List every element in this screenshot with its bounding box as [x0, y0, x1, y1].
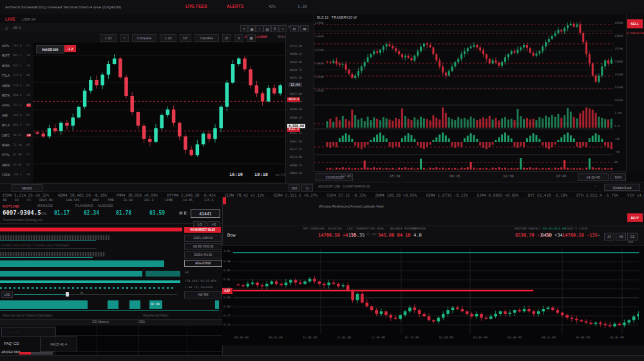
watchlist-symbol[interactable]: NVDA: [2, 64, 10, 68]
bl-sub-box[interactable]: NACD 41·4: [40, 337, 77, 352]
corner-box-0[interactable]: 888: [289, 184, 300, 191]
right-chart-x-label: 11:30: [503, 175, 514, 179]
time-box[interactable]: 14:30:45: [578, 173, 609, 181]
watchlist-symbol[interactable]: META: [2, 94, 10, 97]
br-col-label-right: TODAY'S CLOSE: [565, 228, 587, 231]
timeframe-button-W[interactable]: W: [300, 25, 309, 32]
app-title: AirTrend Stonewall DCy Invested Terminal…: [5, 5, 121, 9]
bl-input-field[interactable]: ·· ··· ·· ····: [1, 327, 56, 337]
watchlist-symbol[interactable]: COIN: [2, 173, 10, 177]
watchlist-symbol[interactable]: GOOG: [2, 104, 10, 107]
bl-toolbar-item-0[interactable]: 4B: [3, 199, 6, 202]
chart-tool-button-7[interactable]: 9: [234, 34, 243, 42]
home-icon[interactable]: ⌂: [5, 26, 8, 30]
br-icon-box-2[interactable]: G2: [627, 233, 638, 240]
bl-quote-icons[interactable]: ▦ ◧: [179, 211, 187, 215]
sell-value: 0.00434298: [627, 32, 644, 35]
watchlist-symbol[interactable]: MSFT: [2, 54, 10, 57]
segment-bar-1: [108, 300, 118, 309]
watchlist-symbol[interactable]: AAPL: [2, 44, 10, 48]
bl-toolbar-item-5[interactable]: WAV: [93, 199, 99, 202]
bl-toolbar-item-7[interactable]: IA-44: [123, 199, 133, 202]
bl-toolbar-item-9[interactable]: 1EMB: [165, 199, 173, 202]
menu-live-feed[interactable]: LIVE FEED: [185, 5, 207, 9]
bl-th-2[interactable]: CD): [138, 320, 145, 324]
bl-toolbar-item-8[interactable]: IAI-4: [144, 199, 154, 202]
bl-quote-box[interactable]: 41441: [191, 210, 220, 218]
left-chart-canvas[interactable]: [33, 43, 285, 182]
br-icon-box-1[interactable]: +W: [616, 233, 626, 240]
toolbar-icon-1[interactable]: ▦: [248, 25, 256, 32]
teal-bar: [0, 271, 142, 277]
watchlist-symbol[interactable]: AMD: [2, 114, 8, 117]
bl-planning-label[interactable]: PLANNING: [75, 204, 93, 208]
chart-tool-button-6[interactable]: ⇄: [222, 34, 231, 42]
buy-button[interactable]: BUY: [627, 213, 643, 222]
bl-toolbar-item-3[interactable]: ERA5-BA: [39, 199, 53, 202]
bar-row-label-box[interactable]: HW 494: [184, 291, 222, 298]
bl-th-1[interactable]: CD Money: [92, 320, 109, 324]
bl-toolbar-item-1[interactable]: ED: [15, 199, 19, 202]
toolbar-icon-3[interactable]: ▤: [263, 25, 271, 32]
menu-alerts[interactable]: ALERTS: [227, 5, 243, 9]
segments-underline: [0, 310, 219, 311]
toolbar-icon-2[interactable]: ◔: [256, 25, 263, 32]
slider-handle[interactable]: [66, 292, 69, 297]
chart-tool-button-5[interactable]: Candles: [194, 34, 219, 42]
br-col-label-right: 09/24/2023 GN: [543, 228, 565, 231]
chart-tool-button-2[interactable]: Compare: [132, 34, 156, 42]
sell-button[interactable]: SELL: [627, 19, 643, 28]
bl-toolbar-item-10[interactable]: 14.45: [183, 199, 193, 202]
chart-tool-button-3[interactable]: 1 20: [160, 34, 176, 42]
chart-tool-button-0[interactable]: 1 20: [100, 34, 117, 42]
bl-hotline-label[interactable]: HOTLINE: [3, 204, 19, 208]
news-button[interactable]: NEWS: [12, 184, 43, 191]
toolbar-icon-4[interactable]: ⧉: [271, 25, 279, 32]
price-scale-value: 4698.25: [290, 53, 302, 56]
bar-row-label-box[interactable]: EMD+ 4450.00: [184, 235, 222, 242]
ticker-item: NQM4 18,402.50 -0.18%: [58, 193, 107, 197]
bl-toolbar-item-4[interactable]: GOW-5A5: [66, 199, 80, 202]
watchlist-value: 605.3: [13, 124, 22, 127]
bl-sub-box-label: NACD 41·4: [50, 342, 67, 346]
bar-row-label-box[interactable]: EMDA 441.60: [184, 251, 222, 259]
right-chart-canvas[interactable]: [314, 21, 613, 171]
chevron-down-icon[interactable]: ▾: [598, 233, 600, 237]
chart-tool-button-4[interactable]: NT: [180, 34, 191, 42]
bl-toolbar-item-6[interactable]: 5MB: [108, 199, 114, 202]
br-x-label: 03:30 PM: [507, 337, 522, 340]
watchlist-symbol[interactable]: NFLX: [2, 124, 10, 127]
chart-tool-button-8[interactable]: ⬒: [247, 34, 256, 42]
watchlist-value: 401.2: [13, 54, 22, 57]
market-close-badge[interactable]: 4H MARKET 09:05: [184, 227, 221, 233]
watchlist-symbol[interactable]: INTC: [2, 134, 10, 137]
right-chart-right-scale: 80: [614, 161, 618, 164]
price-scale-value: 4584.25: [290, 117, 302, 120]
timeframe-button-D[interactable]: D: [290, 25, 299, 32]
corner-box-1[interactable]: ℕ: [301, 184, 313, 191]
toolbar-icon-5[interactable]: ⌗: [279, 25, 287, 32]
watchlist-symbol[interactable]: PYPL: [2, 153, 10, 157]
right-chart-symbol: BLS 12 · TRADERX30 W: [317, 16, 357, 20]
bl-toolbar-item-2[interactable]: F1: [27, 199, 31, 202]
mini-scale-value: 11: [26, 153, 30, 157]
chart-tool-button-1[interactable]: ◔: [120, 34, 129, 42]
bl-toolbar-item-11[interactable]: 115.4: [204, 199, 214, 202]
toolbar-icon-0[interactable]: ✎: [240, 25, 248, 32]
br-icon-box-0[interactable]: 24: [604, 233, 614, 240]
br-y-label: 0.91: [223, 278, 231, 282]
watchlist-symbol[interactable]: UBER: [2, 164, 10, 167]
bl-nudges-label[interactable]: NUDGES: [98, 204, 113, 208]
bar-row-label-box[interactable]: GE BD 4500.08: [184, 243, 222, 250]
update-low-button[interactable]: Update/Low: [604, 184, 640, 191]
bl-manage-label[interactable]: MANAGE: [37, 204, 53, 208]
watchlist-symbol[interactable]: BABA: [2, 144, 10, 147]
watchlist-symbol[interactable]: TSLA: [2, 74, 10, 77]
br-chart-canvas[interactable]: [233, 249, 639, 334]
refresh-icon[interactable]: ◔: [594, 184, 596, 188]
watchlist-symbol[interactable]: AMZN: [2, 84, 10, 88]
sell-button-label: SELL: [631, 22, 639, 26]
br-x-label: 09:30 AM: [234, 337, 249, 340]
bar-row-label-box[interactable]: ED+137010: [184, 260, 222, 267]
pct-box[interactable]: 60%: [611, 173, 626, 181]
